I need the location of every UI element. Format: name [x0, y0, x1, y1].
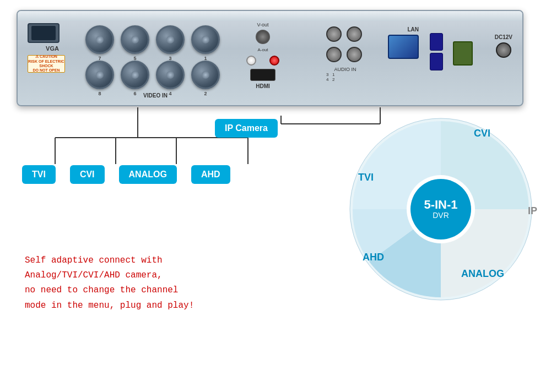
- vga-label: VGA: [28, 45, 77, 52]
- bnc-connector-5: 5: [121, 25, 149, 54]
- pie-label-tvi: TVI: [358, 172, 374, 183]
- audio-bnc-2: [347, 47, 362, 62]
- pie-center-5in1: 5-IN-1: [424, 199, 457, 211]
- hdmi-port: [250, 69, 276, 81]
- bnc-connector-4: 4: [156, 61, 185, 89]
- description-line4: mode in the menu, plug and play!: [25, 298, 194, 313]
- video-in-label: VIDEO IN: [81, 92, 230, 99]
- audio-bnc-4: [326, 47, 342, 62]
- usb-section: [430, 33, 443, 70]
- audio-bnc-1: [347, 26, 362, 42]
- bnc-connector-7: 7: [85, 25, 114, 54]
- rca-white-connector: [246, 56, 256, 66]
- vout-section: V-out A-out HDMI: [241, 22, 285, 89]
- pie-label-ahd: AHD: [363, 252, 384, 263]
- caution-box: ⚠ CAUTIONRISK OF ELECTRIC SHOCKDO NOT OP…: [28, 55, 65, 73]
- hdmi-label: HDMI: [241, 83, 285, 89]
- lan-label: LAN: [388, 26, 419, 32]
- format-tag-analog: ANALOG: [119, 165, 177, 184]
- description-line3: no need to change the channel: [25, 283, 194, 298]
- pie-label-ip: IP: [528, 205, 537, 217]
- pie-center-dvr: DVR: [433, 211, 449, 220]
- format-tag-cvi: CVI: [70, 165, 105, 184]
- ip-camera-tag: IP Camera: [215, 119, 278, 138]
- bnc-grid: 7 5 3 1 8 6 4 2: [81, 21, 230, 97]
- bnc-connector-6: 6: [121, 61, 149, 89]
- bnc-connector-3: 3: [156, 25, 185, 54]
- aout-label: A-out: [241, 47, 285, 52]
- lan-port: [388, 35, 419, 59]
- power-section: DC12V: [495, 34, 512, 60]
- dvr-top-strip: [18, 11, 522, 21]
- pie-chart-container: 5-IN-1 DVR CVI IP ANALOG AHD TVI: [347, 116, 534, 303]
- bnc-connector-8: 8: [85, 61, 114, 89]
- usb-port-1: [430, 33, 443, 51]
- format-tags-row: TVI CVI ANALOG AHD: [22, 165, 237, 184]
- description-text: Self adaptive connect with Analog/TVI/CV…: [25, 253, 194, 313]
- vga-section: VGA ⚠ CAUTIONRISK OF ELECTRIC SHOCKDO NO…: [28, 23, 77, 73]
- video-in-section: 7 5 3 1 8 6 4 2 VIDEO IN: [81, 21, 230, 101]
- power-connector: [496, 42, 511, 58]
- vga-port: [28, 23, 60, 43]
- vout-connector: [256, 30, 270, 44]
- bnc-connector-2: 2: [191, 61, 220, 89]
- usb-port-2: [430, 53, 443, 70]
- description-line2: Analog/TVI/CVI/AHD camera,: [25, 268, 194, 283]
- vout-label: V-out: [241, 22, 285, 28]
- terminal-block: [453, 41, 473, 66]
- dvr-device-panel: VGA ⚠ CAUTIONRISK OF ELECTRIC SHOCKDO NO…: [17, 10, 523, 106]
- bnc-connector-1: 1: [191, 25, 220, 54]
- audio-in-label: AUDIO IN: [326, 67, 364, 72]
- caution-text: ⚠ CAUTIONRISK OF ELECTRIC SHOCKDO NOT OP…: [28, 55, 64, 73]
- pie-label-analog: ANALOG: [461, 268, 504, 280]
- format-tag-ahd: AHD: [191, 165, 230, 184]
- ip-camera-label: IP Camera: [225, 123, 268, 133]
- description-line1: Self adaptive connect with: [25, 253, 194, 268]
- rca-red-connector: [269, 56, 279, 66]
- lan-section: LAN: [388, 26, 419, 59]
- audio-in-section: AUDIO IN 3 1 4 2: [326, 26, 364, 82]
- dc12v-label: DC12V: [495, 34, 512, 40]
- pie-label-cvi: CVI: [474, 128, 490, 139]
- audio-bnc-3: [326, 26, 342, 42]
- format-tag-tvi: TVI: [22, 165, 56, 184]
- pie-center-circle: 5-IN-1 DVR: [410, 179, 471, 239]
